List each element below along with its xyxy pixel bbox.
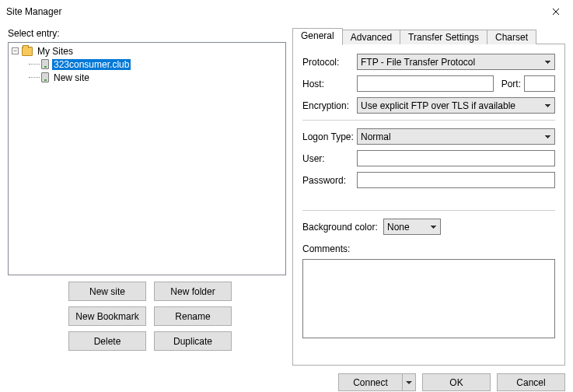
tab-advanced[interactable]: Advanced bbox=[342, 30, 400, 44]
tree-connector bbox=[29, 77, 40, 78]
port-input[interactable] bbox=[524, 75, 555, 92]
connect-dropdown-button[interactable] bbox=[402, 373, 416, 391]
encryption-label: Encryption: bbox=[302, 100, 357, 111]
close-button[interactable] bbox=[538, 0, 573, 23]
titlebar: Site Manager bbox=[0, 0, 573, 23]
tab-charset[interactable]: Charset bbox=[487, 30, 536, 44]
logon-type-select[interactable]: Normal bbox=[357, 128, 555, 145]
host-input[interactable] bbox=[357, 75, 494, 92]
new-site-button[interactable]: New site bbox=[68, 282, 146, 301]
duplicate-button[interactable]: Duplicate bbox=[154, 331, 232, 351]
protocol-label: Protocol: bbox=[302, 57, 357, 68]
divider bbox=[302, 120, 555, 121]
port-label: Port: bbox=[501, 79, 521, 89]
delete-button[interactable]: Delete bbox=[68, 331, 146, 351]
divider bbox=[302, 210, 555, 211]
ok-button[interactable]: OK bbox=[422, 373, 491, 391]
server-icon bbox=[41, 72, 49, 82]
chevron-down-icon bbox=[406, 381, 412, 384]
user-label: User: bbox=[302, 153, 357, 164]
password-label: Password: bbox=[302, 175, 357, 186]
select-entry-label: Select entry: bbox=[8, 28, 286, 39]
comments-textarea[interactable] bbox=[302, 259, 555, 338]
rename-button[interactable]: Rename bbox=[154, 306, 232, 326]
cancel-button[interactable]: Cancel bbox=[497, 373, 565, 391]
logon-type-label: Logon Type: bbox=[302, 131, 357, 142]
window-title: Site Manager bbox=[6, 6, 538, 17]
tree-root-label: My Sites bbox=[36, 46, 75, 57]
comments-label: Comments: bbox=[302, 243, 350, 254]
tree-site-new-site[interactable]: New site bbox=[12, 71, 282, 84]
protocol-select[interactable]: FTP - File Transfer Protocol bbox=[357, 54, 555, 70]
tree-site-label: 323consumer.club bbox=[52, 59, 131, 70]
collapse-icon[interactable]: − bbox=[12, 47, 19, 54]
user-input[interactable] bbox=[357, 150, 555, 166]
tree-site-label: New site bbox=[52, 72, 91, 83]
connect-split-button[interactable]: Connect bbox=[338, 373, 416, 391]
background-color-label: Background color: bbox=[302, 222, 383, 233]
encryption-select[interactable]: Use explicit FTP over TLS if available bbox=[357, 97, 555, 114]
tab-transfer-settings[interactable]: Transfer Settings bbox=[400, 30, 487, 44]
tree-root-my-sites[interactable]: − My Sites bbox=[12, 44, 282, 58]
background-color-select[interactable]: None bbox=[383, 219, 441, 235]
site-action-buttons: New site New folder New Bookmark Rename … bbox=[8, 282, 286, 351]
site-tree[interactable]: − My Sites 323consumer.club New site bbox=[8, 42, 286, 275]
host-label: Host: bbox=[302, 79, 357, 89]
new-bookmark-button[interactable]: New Bookmark bbox=[68, 306, 146, 326]
dialog-footer: Connect OK Cancel bbox=[0, 366, 573, 391]
left-panel: Select entry: − My Sites 323consumer.clu… bbox=[8, 28, 286, 366]
server-icon bbox=[41, 59, 49, 69]
password-input[interactable] bbox=[357, 172, 555, 188]
tree-connector bbox=[29, 64, 40, 65]
right-panel: General Advanced Transfer Settings Chars… bbox=[292, 28, 565, 366]
tab-panel-general: Protocol: FTP - File Transfer Protocol H… bbox=[292, 44, 565, 366]
folder-icon bbox=[22, 47, 33, 56]
tab-strip: General Advanced Transfer Settings Chars… bbox=[292, 28, 565, 44]
tab-general[interactable]: General bbox=[292, 28, 343, 45]
connect-button[interactable]: Connect bbox=[338, 373, 402, 391]
tree-site-323consumer[interactable]: 323consumer.club bbox=[12, 58, 282, 71]
close-icon bbox=[552, 8, 560, 16]
new-folder-button[interactable]: New folder bbox=[154, 282, 232, 301]
